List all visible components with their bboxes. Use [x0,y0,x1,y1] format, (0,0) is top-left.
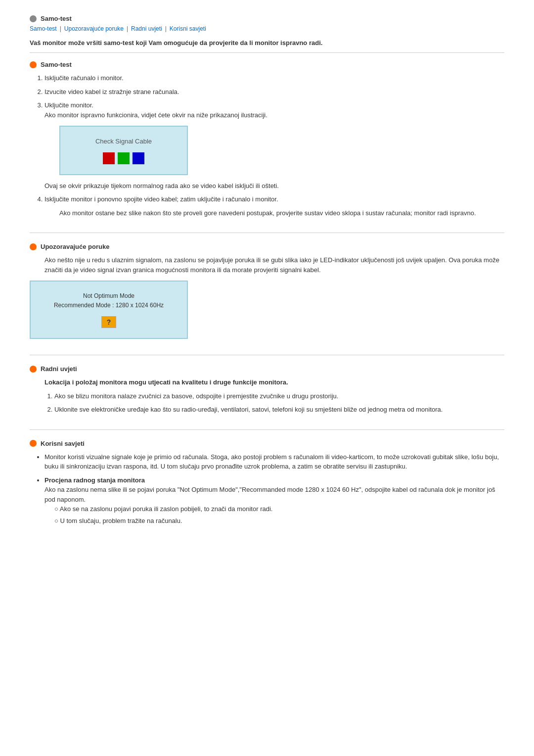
color-block-green [118,152,130,164]
radni-header: Radni uvjeti [30,365,504,373]
procjena-text: Ako na zaslonu nema slike ili se pojavi … [44,486,495,503]
section-upozoravajuce: Upozoravajuće poruke Ako nešto nije u re… [30,243,504,355]
color-block-blue [133,152,144,164]
procjena-sub-list: Ako se na zaslonu pojavi poruka ili zasl… [54,504,504,525]
upozoravajuce-header: Upozoravajuće poruke [30,243,504,250]
intro-text: Vaš monitor može vršiti samo-test koji V… [30,39,504,53]
samo-test-header: Samo-test [30,61,504,68]
radni-item-2: Uklonite sve elektroničke uređaje kao št… [54,405,504,415]
savjeti-item-1: Monitor koristi vizualne signale koje je… [44,452,504,472]
samo-test-steps: Isključite računalo i monitor. Izvucite … [44,73,504,175]
radni-list: Ako se blizu monitora nalaze zvučnici za… [54,391,504,415]
check-signal-text: Check Signal Cable [95,137,152,146]
procjena-sub-1: Ako se na zaslonu pojavi poruka ili zasl… [54,504,504,514]
color-blocks [103,152,144,164]
savjeti-header: Korisni savjeti [30,440,504,447]
check-signal-illustration: Check Signal Cable [59,126,188,175]
section-savjeti: Korisni savjeti Monitor koristi vizualne… [30,440,504,541]
upozoravajuce-title: Upozoravajuće poruke [41,243,109,250]
page-title: Samo-test [41,15,72,22]
below-illustration-text: Ovaj se okvir prikazuje tijekom normalno… [44,181,504,191]
savjeti-item-2: Procjena radnog stanja monitora Ako na z… [44,475,504,526]
page-header: Samo-test [30,15,504,22]
nav-link-upozoravajuce[interactable]: Upozoravajuće poruke [64,25,124,32]
samo-test-step4-list: Isključite monitor i ponovno spojite vid… [44,194,504,218]
not-optimum-illustration: Not Optimum Mode Recommended Mode : 1280… [30,281,188,339]
samo-test-icon [30,61,37,68]
procjena-label: Procjena radnog stanja monitora [44,476,145,484]
nav-link-samo-test[interactable]: Samo-test [30,25,57,32]
upozoravajuce-icon [30,243,37,250]
samo-test-title: Samo-test [41,61,72,68]
section-radni: Radni uvjeti Lokacija i položaj monitora… [30,365,504,430]
color-block-red [103,152,115,164]
nav-links: Samo-test | Upozoravajuće poruke | Radni… [30,25,504,32]
question-button: ? [101,316,116,328]
procjena-sub-2: U tom slučaju, problem tražite na računa… [54,516,504,526]
section-samo-test: Samo-test Isključite računalo i monitor.… [30,61,504,233]
radni-title: Radni uvjeti [41,365,77,373]
savjeti-icon [30,440,37,447]
radni-icon [30,366,37,373]
header-icon [30,15,37,22]
step-3-note: Ako monitor ispravno funkcionira, vidjet… [44,111,267,119]
nav-link-radni[interactable]: Radni uvjeti [131,25,162,32]
nav-link-savjeti[interactable]: Korisni savjeti [170,25,206,32]
upozoravajuce-text: Ako nešto nije u redu s ulaznim signalom… [44,255,504,275]
not-optimum-text: Not Optimum Mode Recommended Mode : 1280… [54,291,164,310]
savjeti-list: Monitor koristi vizualne signale koje je… [44,452,504,526]
radni-subtitle: Lokacija i položaj monitora mogu utjecat… [44,378,504,387]
savjeti-title: Korisni savjeti [41,440,85,447]
radni-item-1: Ako se blizu monitora nalaze zvučnici za… [54,391,504,401]
step-4-note: Ako monitor ostane bez slike nakon što s… [59,208,504,218]
step-2: Izvucite video kabel iz stražnje strane … [44,87,504,97]
step-3: Uključite monitor. Ako monitor ispravno … [44,100,504,175]
step-4: Isključite monitor i ponovno spojite vid… [44,194,504,218]
step-1: Isključite računalo i monitor. [44,73,504,83]
